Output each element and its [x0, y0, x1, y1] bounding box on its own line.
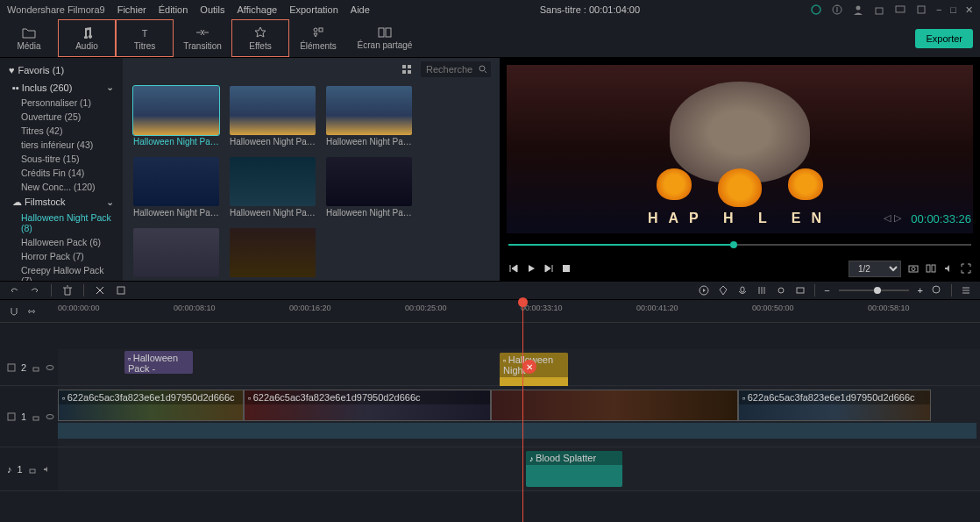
asset-card[interactable]: Halloween Night Pack ... — [230, 157, 316, 218]
audio-waveform[interactable] — [58, 423, 976, 439]
visibility-icon[interactable] — [46, 412, 54, 421]
expand-icon[interactable] — [915, 4, 927, 16]
snapshot-icon[interactable] — [908, 263, 919, 274]
menu-help[interactable]: Aide — [351, 4, 370, 15]
asset-card[interactable]: Halloween Night Pack ... — [133, 157, 219, 218]
sidebar-item[interactable]: Sous-titre (15) — [0, 152, 123, 166]
play-button[interactable] — [526, 263, 536, 274]
ruler-mark: 00:00:08:10 — [174, 304, 216, 312]
sidebar-item[interactable]: Titres (42) — [0, 124, 123, 138]
asset-card[interactable]: Halloween Night Pack ... — [133, 86, 219, 147]
video-clip[interactable]: ▫ 622a6c5ac3fa823e6e1d97950d2d666c — [58, 390, 244, 421]
sidebar-item[interactable]: Horror Pack (7) — [0, 249, 123, 263]
svg-rect-9 — [319, 28, 323, 32]
asset-card[interactable]: Halloween Night Pack ... — [230, 86, 316, 147]
fullscreen-icon[interactable] — [961, 263, 971, 274]
sidebar-item[interactable]: Personnaliser (1) — [0, 96, 123, 110]
menu-edit[interactable]: Édition — [159, 4, 188, 15]
svg-text:T: T — [142, 28, 148, 39]
lock-icon[interactable] — [32, 412, 40, 421]
grid-view-icon[interactable] — [401, 64, 412, 75]
magnet-icon[interactable] — [9, 306, 19, 317]
chevron-down-icon: ⌄ — [106, 197, 114, 208]
favorites-header[interactable]: ♥ Favoris (1) — [0, 61, 123, 79]
undo-button[interactable] — [9, 285, 19, 296]
playhead[interactable] — [522, 300, 523, 522]
video-clip[interactable] — [491, 390, 738, 421]
asset-card[interactable]: Halloween Night Pack ... — [326, 157, 412, 218]
tab-effects[interactable]: Effets — [231, 19, 289, 57]
sidebar-item[interactable]: tiers inférieur (43) — [0, 138, 123, 152]
tab-elements[interactable]: Éléments — [289, 19, 347, 57]
video-clip[interactable]: ▫ 622a6c5ac3fa823e6e1d97950d2d666c — [738, 390, 931, 421]
mute-icon[interactable] — [42, 465, 51, 474]
next-marker-button[interactable]: ▷ — [894, 212, 901, 224]
link-icon[interactable] — [26, 306, 37, 317]
tab-splitscreen[interactable]: Écran partagé — [347, 19, 423, 57]
marker-icon[interactable] — [718, 285, 728, 296]
split-button[interactable] — [95, 285, 105, 296]
zoom-out-button[interactable]: − — [824, 285, 829, 296]
sidebar-item[interactable]: Ouverture (25) — [0, 110, 123, 124]
audio-clip[interactable]: ♪ Blood Splatter — [526, 451, 622, 487]
next-frame-button[interactable] — [543, 263, 554, 274]
menu-view[interactable]: Affichage — [237, 4, 277, 15]
lock-icon[interactable] — [28, 465, 37, 474]
sidebar-item[interactable]: New Conc... (120) — [0, 180, 123, 194]
sidebar-item-selected[interactable]: Halloween Night Pack (8) — [0, 211, 123, 235]
asset-card[interactable] — [133, 228, 219, 277]
shop-icon[interactable] — [873, 4, 885, 16]
render-icon[interactable] — [699, 285, 709, 296]
volume-icon[interactable] — [943, 263, 954, 274]
export-button[interactable]: Exporter — [915, 29, 973, 48]
preview-viewport[interactable]: HAP H L EN — [507, 65, 973, 233]
title-clip[interactable]: ▫ Halloween Pack - — [124, 351, 193, 374]
manage-tracks-icon[interactable] — [961, 285, 971, 296]
sidebar-item[interactable]: Crédits Fin (14) — [0, 166, 123, 180]
category-included[interactable]: ▪▪ Inclus (260)⌄ — [0, 79, 123, 96]
zoom-select[interactable]: 1/2 — [849, 261, 901, 277]
minimize-button[interactable]: − — [936, 4, 941, 15]
info-icon[interactable]: i — [831, 4, 843, 16]
lock-icon[interactable] — [32, 363, 40, 372]
tab-media[interactable]: Média — [0, 19, 58, 57]
menu-file[interactable]: Fichier — [117, 4, 146, 15]
asset-card[interactable] — [230, 228, 316, 277]
message-icon[interactable] — [894, 4, 906, 16]
sidebar-item[interactable]: Creepy Hallow Pack (7) — [0, 263, 123, 281]
close-icon[interactable]: ✕ — [522, 360, 536, 374]
visibility-icon[interactable] — [46, 363, 54, 372]
menu-export[interactable]: Exportation — [289, 4, 338, 15]
video-clip[interactable]: ▫ 622a6c5ac3fa823e6e1d97950d2d666c — [244, 390, 491, 421]
zoom-slider[interactable] — [839, 290, 909, 291]
effects-icon — [254, 26, 266, 39]
stop-button[interactable] — [561, 263, 572, 274]
prev-marker-button[interactable]: ◁ — [884, 212, 891, 224]
sync-icon[interactable] — [810, 4, 822, 16]
user-icon[interactable] — [852, 4, 864, 16]
zoom-fit-icon[interactable] — [932, 285, 942, 296]
crop-button[interactable] — [116, 285, 126, 296]
sidebar-item[interactable]: Halloween Pack (6) — [0, 235, 123, 249]
mixer-icon[interactable] — [756, 285, 767, 296]
title-clip[interactable]: ▫ Halloween Night✕ — [500, 353, 568, 388]
tab-audio[interactable]: Audio — [58, 19, 116, 57]
compare-icon[interactable] — [926, 263, 936, 274]
record-icon[interactable] — [795, 285, 806, 296]
voiceover-icon[interactable] — [737, 285, 748, 296]
category-filmstock[interactable]: ☁ Filmstock⌄ — [0, 194, 123, 211]
tab-transition[interactable]: Transition — [174, 19, 231, 57]
tab-titles[interactable]: T Titres — [116, 19, 174, 57]
timeline-ruler[interactable]: 00:00:00:0000:00:08:1000:00:16:2000:00:2… — [0, 300, 980, 323]
svg-point-26 — [778, 288, 784, 293]
delete-button[interactable] — [62, 285, 73, 296]
asset-card[interactable]: Halloween Night Pack ... — [326, 86, 412, 147]
prev-frame-button[interactable] — [508, 263, 519, 274]
maximize-button[interactable]: □ — [950, 4, 956, 15]
redo-button[interactable] — [30, 285, 40, 296]
menu-tools[interactable]: Outils — [200, 4, 224, 15]
scrub-bar[interactable] — [508, 237, 971, 253]
zoom-in-button[interactable]: + — [918, 285, 923, 296]
close-button[interactable]: ✕ — [965, 4, 973, 16]
settings-icon[interactable] — [776, 285, 786, 296]
